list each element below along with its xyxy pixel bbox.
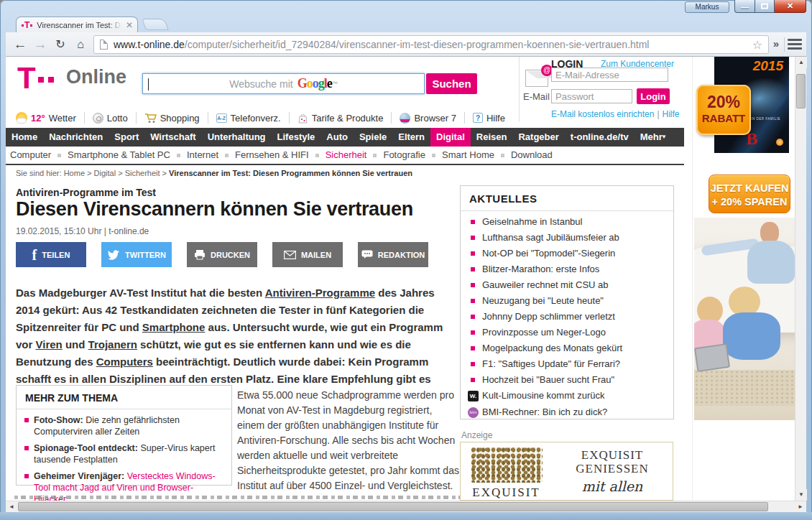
close-button[interactable]: ✕: [775, 0, 806, 13]
subnav-item[interactable]: Sicherheit: [309, 147, 367, 164]
facebook-share-button[interactable]: f TEILEN: [16, 242, 86, 267]
subnav-item[interactable]: Smartphone & Tablet PC: [51, 147, 170, 164]
subnav-item[interactable]: Smart Home: [425, 147, 494, 164]
print-button[interactable]: DRUCKEN: [187, 242, 257, 267]
url-bar[interactable]: www.t-online.de/computer/sicherheit/id_7…: [93, 35, 769, 54]
scroll-right-button[interactable]: ►: [795, 501, 806, 513]
news-bullet-icon: [471, 220, 475, 224]
news-link[interactable]: b/m BMI-Rechner: Bin ich zu dick?: [469, 407, 666, 418]
nav-item[interactable]: Sport: [109, 128, 144, 147]
password-field[interactable]: [551, 89, 632, 103]
skyscraper-ad[interactable]: 2015 GERÄTE IN DER FAMILIE B 20% RABATT …: [692, 57, 795, 501]
breadcrumb[interactable]: Sie sind hier: Home > Digital > Sicherhe…: [16, 169, 412, 177]
browser-menu-icon[interactable]: [788, 39, 802, 52]
nav-item[interactable]: Wirtschaft: [144, 128, 201, 147]
forward-button[interactable]: →: [32, 35, 49, 54]
subnav-item[interactable]: Download: [494, 147, 553, 164]
nav-item[interactable]: Unterhaltung: [202, 128, 272, 147]
browser-tab[interactable]: T Virenscanner im Test: Dies ✕: [16, 17, 138, 32]
logo-t: T: [17, 61, 36, 95]
news-link[interactable]: Gauweiler rechnet mit CSU ab: [469, 280, 666, 290]
scroll-up-button[interactable]: ▲: [795, 57, 807, 68]
minimize-button[interactable]: —: [734, 0, 755, 13]
email-field[interactable]: [551, 68, 668, 82]
photo-shape: [723, 312, 780, 360]
search-placeholder: Websuche mit: [229, 78, 292, 90]
nav-item[interactable]: Home: [6, 128, 43, 147]
related-link[interactable]: Spionage-Tool entdeckt: Super-Virus kape…: [34, 442, 224, 465]
login-hilfe-link[interactable]: Hilfe: [663, 109, 680, 119]
subnav-item[interactable]: Fotografie: [366, 147, 425, 164]
nav-item[interactable]: Ratgeber: [512, 128, 564, 147]
window-titlebar[interactable]: Markus — ✕ T Virenscanner im Test: Dies …: [0, 0, 812, 32]
scroll-down-button[interactable]: ▼: [795, 489, 807, 501]
news-link[interactable]: F1: "Saftiges Update" für Ferrari?: [469, 359, 666, 369]
news-link[interactable]: Provinzposse um Neger-Logo: [469, 328, 666, 338]
news-bullet-icon: b/m: [468, 407, 479, 418]
subnav-item[interactable]: Internet: [170, 147, 218, 164]
subnav-item[interactable]: Fernsehen & HIFI: [218, 147, 309, 164]
news-link[interactable]: Johnny Depp schlimmer verletzt: [469, 312, 666, 322]
mehr-zum-thema-list: Foto-Show: Die zehn gefährlichsten Compu…: [17, 414, 231, 501]
lotto-link[interactable]: Lotto: [93, 113, 128, 124]
scroll-left-button[interactable]: ◄: [6, 501, 17, 513]
tab-close-icon[interactable]: ✕: [126, 21, 133, 29]
horizontal-scrollbar[interactable]: ◄ ►: [6, 501, 806, 512]
hilfe-link[interactable]: ? Hilfe: [473, 113, 505, 124]
email-einrichten-link[interactable]: E-Mail kostenlos einrichten: [551, 109, 654, 119]
news-link[interactable]: Hochzeit bei "Bauer sucht Frau": [469, 375, 666, 385]
vertical-scroll-thumb[interactable]: [796, 74, 806, 108]
mehr-zum-thema-box: MEHR ZUM THEMA Foto-Show: Die zehn gefäh…: [16, 385, 232, 486]
breadcrumb-links[interactable]: Home > Digital > Sicherheit >: [64, 169, 167, 177]
url-text[interactable]: www.t-online.de/computer/sicherheit/id_7…: [114, 39, 649, 50]
news-bullet-icon: [471, 330, 475, 335]
news-link[interactable]: Geiselnahme in Istanbul: [469, 217, 666, 227]
nav-item[interactable]: Spiele: [354, 128, 392, 147]
redaktion-button[interactable]: REDAKTION: [358, 242, 428, 267]
speech-bubble-icon: [361, 250, 373, 259]
profile-button[interactable]: Markus: [685, 1, 729, 13]
horizontal-scroll-thumb[interactable]: [18, 502, 768, 511]
web-search-input[interactable]: Websuche mit Google ™: [142, 73, 425, 94]
sub-navigation: ComputerSmartphone & Tablet PCInternetFe…: [10, 147, 684, 164]
browser7-link[interactable]: Browser 7: [400, 113, 456, 124]
tarife-produkte-link[interactable]: Tarife & Produkte: [297, 113, 384, 124]
news-link[interactable]: Not-OP bei "Topmodel"-Siegerin: [469, 249, 666, 259]
page-icon: [100, 40, 108, 50]
t-online-logo[interactable]: T Online: [17, 65, 126, 91]
facebook-icon: f: [32, 249, 37, 261]
mail-button[interactable]: MAILEN: [272, 242, 343, 267]
back-button[interactable]: ←: [11, 35, 29, 54]
news-link[interactable]: W. Kult-Limousine kommt zurück: [469, 391, 666, 401]
nav-item[interactable]: Reisen: [471, 128, 513, 147]
new-tab-button[interactable]: [142, 19, 168, 30]
news-link[interactable]: Mogelpackung des Monats gekürt: [469, 343, 666, 353]
nav-item[interactable]: Digital: [430, 128, 471, 147]
lead-segment: Computers: [96, 356, 153, 368]
nav-item[interactable]: Auto: [320, 128, 354, 147]
vertical-scrollbar[interactable]: ▲ ▼: [795, 57, 806, 501]
home-button[interactable]: ⌂: [72, 35, 89, 54]
wetter-link[interactable]: 12° Wetter: [16, 112, 76, 124]
telefonverzeichnis-link[interactable]: A-Z Telefonverz.: [216, 113, 281, 124]
webpage: T Online Websuche mit Google ™ Suchen LO…: [6, 57, 795, 501]
overflow-chevrons-icon[interactable]: »: [773, 37, 779, 50]
nav-item[interactable]: Lifestyle: [272, 128, 321, 147]
twitter-share-button[interactable]: TWITTERN: [101, 242, 172, 267]
subnav-item[interactable]: Computer: [10, 147, 51, 164]
maximize-button[interactable]: [755, 0, 775, 13]
search-submit-button[interactable]: Suchen: [426, 73, 477, 94]
nav-item[interactable]: Eltern: [392, 128, 430, 147]
bookmark-star-icon[interactable]: ☆: [752, 38, 762, 52]
login-button[interactable]: Login: [637, 88, 670, 104]
news-link[interactable]: Blitzer-Marathon: erste Infos: [469, 264, 666, 274]
anzeige-ad[interactable]: EXQUISIT EXQUISIT GENIESSEN mit allen: [460, 442, 673, 501]
news-link[interactable]: Neuzugang bei "Leute heute": [469, 296, 666, 306]
related-link[interactable]: Foto-Show: Die zehn gefährlichsten Compu…: [34, 414, 224, 437]
shopping-link[interactable]: Shopping: [144, 113, 200, 124]
jetzt-kaufen-button[interactable]: JETZT KAUFEN + 20% SPAREN: [709, 175, 790, 213]
reload-button[interactable]: ↻: [52, 35, 69, 54]
nav-item[interactable]: t-online.de/tv: [565, 128, 635, 147]
nav-item[interactable]: Nachrichten: [43, 128, 109, 147]
news-link[interactable]: Lufthansa sagt Jubiläumsfeier ab: [469, 233, 666, 243]
